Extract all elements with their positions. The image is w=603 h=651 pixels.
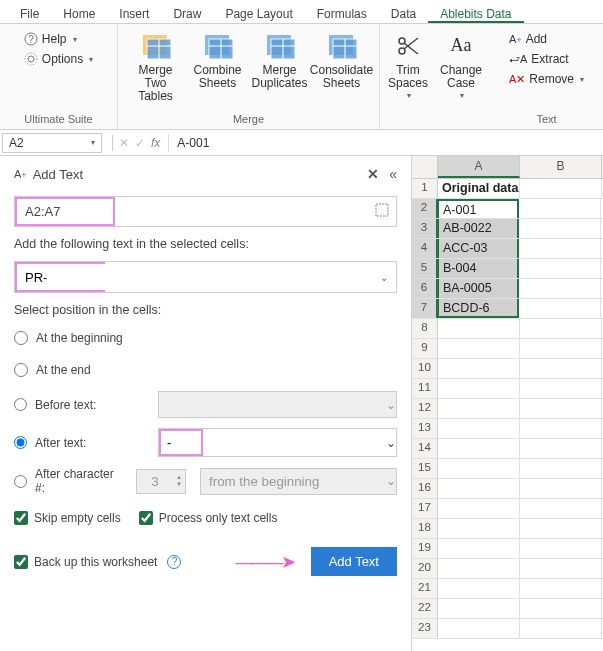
cell[interactable]: ACC-03 <box>437 239 519 258</box>
cell[interactable] <box>438 499 520 518</box>
chevron-down-icon[interactable]: ⌄ <box>372 272 396 283</box>
radio-after-char[interactable] <box>14 475 27 488</box>
row-header[interactable]: 20 <box>412 559 438 578</box>
select-all-corner[interactable] <box>412 156 438 178</box>
range-input[interactable]: A2:A7 <box>15 197 115 226</box>
col-header-b[interactable]: B <box>520 156 602 178</box>
chk-backup[interactable]: Back up this worksheet ? <box>14 555 181 569</box>
chk-skip-empty-input[interactable] <box>14 511 28 525</box>
row-header[interactable]: 1 <box>412 179 438 198</box>
cell[interactable] <box>519 259 601 278</box>
merge-two-tables-button[interactable]: Merge Two Tables <box>126 28 186 106</box>
extract-button[interactable]: ⮐A Extract <box>503 50 590 68</box>
row-header[interactable]: 21 <box>412 579 438 598</box>
cell[interactable] <box>438 419 520 438</box>
row-header[interactable]: 4 <box>412 239 438 258</box>
col-header-a[interactable]: A <box>438 156 520 178</box>
cell[interactable] <box>438 319 520 338</box>
tab-page-layout[interactable]: Page Layout <box>213 4 304 23</box>
cell[interactable] <box>520 179 602 198</box>
chk-text-only-input[interactable] <box>139 511 153 525</box>
cell[interactable] <box>520 379 602 398</box>
cell[interactable] <box>438 459 520 478</box>
cell[interactable] <box>519 279 601 298</box>
cell[interactable] <box>519 199 601 218</box>
help-button[interactable]: ? Help▾ <box>18 30 99 48</box>
cell[interactable] <box>519 239 601 258</box>
tab-file[interactable]: File <box>8 4 51 23</box>
change-case-button[interactable]: Aa Change Case▾ <box>435 28 487 103</box>
radio-beginning[interactable] <box>14 331 28 345</box>
options-button[interactable]: Options▾ <box>18 50 99 68</box>
text-to-add-input[interactable] <box>17 264 105 290</box>
tab-ablebits-data[interactable]: Ablebits Data <box>428 4 523 23</box>
chevron-down-icon[interactable]: ▾ <box>91 138 95 147</box>
cell[interactable]: B-004 <box>437 259 519 278</box>
chk-skip-empty[interactable]: Skip empty cells <box>14 511 121 525</box>
cell[interactable] <box>520 339 602 358</box>
cell[interactable]: A-001 <box>437 199 519 218</box>
cell[interactable] <box>520 359 602 378</box>
cell[interactable] <box>520 319 602 338</box>
cell[interactable] <box>438 519 520 538</box>
close-icon[interactable]: ✕ <box>367 166 379 182</box>
cell[interactable] <box>519 219 601 238</box>
cell[interactable] <box>520 439 602 458</box>
accept-formula-icon[interactable]: ✓ <box>135 136 145 150</box>
cell[interactable]: AB-0022 <box>437 219 519 238</box>
cell[interactable] <box>520 459 602 478</box>
fx-icon[interactable]: fx <box>151 136 160 150</box>
row-header[interactable]: 11 <box>412 379 438 398</box>
radio-before-text[interactable] <box>14 398 27 411</box>
cell[interactable]: Original data <box>438 179 520 198</box>
combine-sheets-button[interactable]: Combine Sheets <box>188 28 248 92</box>
chk-backup-input[interactable] <box>14 555 28 569</box>
cell[interactable] <box>520 559 602 578</box>
cell[interactable] <box>438 539 520 558</box>
cell[interactable] <box>438 359 520 378</box>
radio-end[interactable] <box>14 363 28 377</box>
add-text-ribbon-button[interactable]: A+ Add <box>503 30 590 48</box>
row-header[interactable]: 10 <box>412 359 438 378</box>
tab-draw[interactable]: Draw <box>161 4 213 23</box>
chevron-down-icon[interactable]: ⌄ <box>386 398 396 412</box>
cell[interactable] <box>520 399 602 418</box>
cell[interactable] <box>438 599 520 618</box>
cell[interactable] <box>520 579 602 598</box>
row-header[interactable]: 12 <box>412 399 438 418</box>
row-header[interactable]: 3 <box>412 219 438 238</box>
row-header[interactable]: 8 <box>412 319 438 338</box>
consolidate-sheets-button[interactable]: Consolidate Sheets <box>312 28 372 92</box>
cell[interactable] <box>438 439 520 458</box>
cell[interactable] <box>438 479 520 498</box>
cell[interactable]: BCDD-6 <box>437 299 519 318</box>
row-header[interactable]: 7 <box>412 299 438 318</box>
cell[interactable] <box>438 339 520 358</box>
remove-button[interactable]: A✕ Remove▾ <box>503 70 590 88</box>
trim-spaces-button[interactable]: Trim Spaces▾ <box>383 28 433 103</box>
cell[interactable] <box>438 399 520 418</box>
row-header[interactable]: 6 <box>412 279 438 298</box>
cell[interactable] <box>520 479 602 498</box>
cell[interactable] <box>519 299 601 318</box>
cell[interactable] <box>520 499 602 518</box>
name-box[interactable]: A2 ▾ <box>2 133 102 153</box>
after-text-input[interactable] <box>161 431 201 454</box>
cell[interactable] <box>520 599 602 618</box>
row-header[interactable]: 15 <box>412 459 438 478</box>
row-header[interactable]: 5 <box>412 259 438 278</box>
spinner-icon[interactable]: ▲▼ <box>173 474 185 488</box>
tab-data[interactable]: Data <box>379 4 428 23</box>
tab-formulas[interactable]: Formulas <box>305 4 379 23</box>
cell[interactable] <box>520 419 602 438</box>
cell[interactable] <box>438 579 520 598</box>
row-header[interactable]: 17 <box>412 499 438 518</box>
cell[interactable] <box>438 379 520 398</box>
chevron-down-icon[interactable]: ⌄ <box>386 474 396 488</box>
cell[interactable] <box>438 619 520 638</box>
range-picker-icon[interactable] <box>368 202 396 221</box>
cell[interactable] <box>438 559 520 578</box>
row-header[interactable]: 23 <box>412 619 438 638</box>
cell[interactable] <box>520 539 602 558</box>
cell[interactable] <box>520 619 602 638</box>
